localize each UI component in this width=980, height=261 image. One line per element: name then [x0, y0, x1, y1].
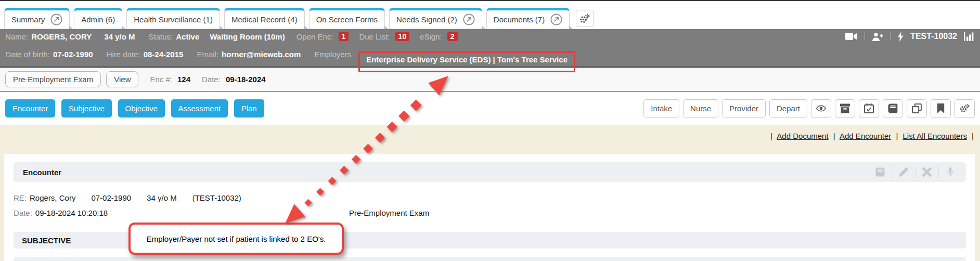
lightning-icon[interactable] — [897, 32, 904, 42]
note-re-line: RE:Rogers, Cory 07-02-1990 34 y/o M (TES… — [14, 193, 966, 202]
enc-number: 124 — [177, 75, 190, 84]
objective-section-button[interactable]: Objective — [118, 99, 165, 118]
list-all-encounters-link[interactable]: List All Encounters — [903, 132, 967, 140]
employers-value: Enterprise Delivery Service (EDS) | Tom'… — [366, 55, 568, 64]
open-enc-badge[interactable]: 1 — [339, 32, 349, 41]
dob-label: Date of birth: — [5, 50, 50, 59]
eye-icon[interactable] — [811, 99, 831, 118]
due-list-badge[interactable]: 10 — [395, 32, 410, 41]
divider — [865, 32, 865, 41]
note-encounter-type: Pre-Employment Exam — [349, 208, 429, 217]
bookmark-icon[interactable] — [931, 99, 951, 118]
email-label: Email: — [197, 50, 218, 59]
note-date-line: Date:09-18-2024 10:20:18 Pre-Employment … — [14, 208, 966, 218]
note-header-title: Encounter — [23, 168, 61, 177]
patient-name: ROGERS, CORY — [31, 32, 92, 41]
enc-date-label: Date: — [202, 75, 221, 84]
pencil-icon[interactable] — [892, 166, 915, 178]
depart-button[interactable]: Depart — [769, 99, 807, 118]
due-list-label: Due List: — [359, 32, 390, 41]
plan-section-button[interactable]: Plan — [234, 99, 264, 118]
popout-icon[interactable] — [550, 14, 562, 25]
copy-icon[interactable] — [907, 99, 927, 118]
name-label: Name: — [5, 32, 28, 41]
book-icon[interactable] — [869, 166, 892, 178]
patient-status: Active — [176, 32, 199, 41]
open-enc-label: Open Enc: — [296, 32, 333, 41]
tab-admin[interactable]: Admin (6) — [74, 8, 122, 29]
tab-label: Medical Record (4) — [231, 15, 298, 24]
popout-icon[interactable] — [50, 14, 62, 25]
note-patient-id: (TEST-10032) — [192, 193, 241, 202]
view-button[interactable]: View — [106, 71, 138, 87]
patient-hire-date: 08-24-2015 — [144, 50, 184, 59]
microphone-icon[interactable] — [938, 166, 962, 178]
status-label: Status: — [149, 32, 173, 41]
chart-tab-bar: Summary Admin (6) Health Surveillance (1… — [0, 1, 980, 29]
esign-label: eSign: — [420, 32, 442, 41]
encounter-section-button[interactable]: Encounter — [5, 99, 55, 118]
popout-icon[interactable] — [463, 14, 475, 25]
link-separator: | — [972, 132, 974, 140]
tab-settings-button[interactable] — [576, 10, 594, 27]
archive-icon[interactable] — [835, 99, 855, 118]
tab-summary[interactable]: Summary — [4, 8, 70, 29]
esign-badge[interactable]: 2 — [447, 32, 458, 41]
gears-icon[interactable] — [955, 99, 975, 118]
link-separator: | — [770, 132, 772, 140]
provider-button[interactable]: Provider — [722, 99, 766, 118]
gears-icon — [579, 14, 590, 23]
chart-icon[interactable] — [964, 32, 975, 41]
tab-label: Needs Signed (2) — [396, 15, 457, 24]
next-section-bar[interactable] — [14, 257, 966, 261]
employers-label: Employers — [314, 50, 351, 59]
tab-label: On Screen Forms — [316, 15, 378, 24]
close-icon[interactable] — [915, 166, 938, 178]
annotation-text: Employer/Payer not set if patient is lin… — [147, 234, 326, 243]
patient-room: Waiting Room (10m) — [210, 32, 285, 41]
enc-date: 09-18-2024 — [226, 75, 266, 84]
patient-dob: 07-02-1990 — [53, 50, 93, 59]
add-user-icon[interactable] — [872, 32, 883, 41]
note-datetime: 09-18-2024 10:20:18 — [35, 208, 108, 217]
employers-highlight-box[interactable]: Enterprise Delivery Service (EDS) | Tom'… — [358, 51, 575, 72]
patient-id: TEST-10032 — [910, 32, 957, 41]
video-camera-icon[interactable] — [845, 32, 858, 41]
note-date-label: Date: — [14, 208, 32, 217]
subjective-header: SUBJECTIVE — [22, 236, 71, 245]
tab-needs-signed[interactable]: Needs Signed (2) — [389, 8, 482, 29]
note-patient-dob: 07-02-1990 — [91, 193, 131, 202]
tab-medical-record[interactable]: Medical Record (4) — [224, 8, 305, 29]
link-separator: | — [833, 132, 835, 140]
tab-label: Health Surveillance (1) — [134, 15, 213, 24]
enc-number-label: Enc #: — [150, 75, 172, 84]
note-patient-age-sex: 34 y/o M — [147, 193, 177, 202]
add-encounter-link[interactable]: Add Encounter — [840, 132, 891, 140]
encounter-note-header: Encounter — [14, 162, 966, 182]
book-icon[interactable] — [883, 99, 903, 118]
tab-health-surveillance[interactable]: Health Surveillance (1) — [126, 8, 220, 29]
nurse-button[interactable]: Nurse — [683, 99, 718, 118]
patient-email: horner@mieweb.com — [222, 50, 301, 59]
calendar-check-icon[interactable] — [859, 99, 879, 118]
tab-label: Summary — [11, 15, 45, 24]
patient-info-bar: Name: ROGERS, CORY 34 y/o M Status: Acti… — [0, 29, 980, 44]
tab-label: Admin (6) — [81, 15, 115, 24]
intake-button[interactable]: Intake — [643, 99, 679, 118]
divider — [890, 32, 891, 41]
annotation-callout: Employer/Payer not set if patient is lin… — [128, 223, 344, 255]
tab-label: Documents (7) — [494, 15, 545, 24]
patient-demo-bar: Date of birth: 07-02-1990 Hire date: 08-… — [0, 44, 980, 68]
link-separator: | — [896, 132, 898, 140]
tab-on-screen-forms[interactable]: On Screen Forms — [309, 8, 385, 29]
re-label: RE: — [14, 193, 27, 202]
add-document-link[interactable]: Add Document — [777, 132, 828, 140]
tab-documents[interactable]: Documents (7) — [486, 8, 570, 29]
webchart-screen: Summary Admin (6) Health Surveillance (1… — [0, 0, 980, 261]
note-patient-name: Rogers, Cory — [30, 193, 75, 202]
action-links-row: | Add Document | Add Encounter | List Al… — [0, 125, 980, 140]
section-nav-row: Encounter Subjective Objective Assessmen… — [0, 92, 980, 125]
subjective-section-button[interactable]: Subjective — [61, 99, 112, 118]
encounter-type-button[interactable]: Pre-Employment Exam — [5, 71, 101, 87]
assessment-section-button[interactable]: Assessment — [171, 99, 228, 118]
